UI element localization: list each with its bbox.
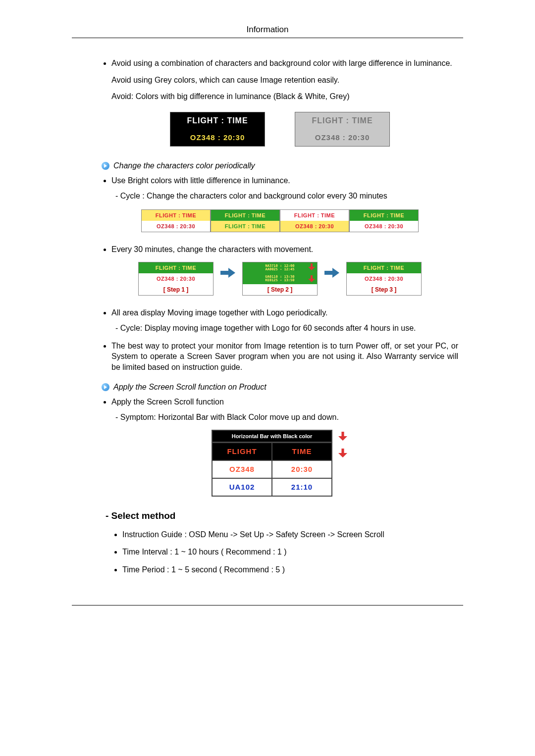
panel-line: AA0025 - 12:45 xyxy=(265,268,294,271)
color-panel: FLIGHT : TIME OZ348 : 20:30 xyxy=(280,209,349,232)
scroll-table: Horizontal Bar with Black color FLIGHT T… xyxy=(212,430,332,497)
list-item: Time Interval : 1 ~ 10 hours ( Recommend… xyxy=(122,547,458,557)
panel-row: FLIGHT : TIME xyxy=(350,210,418,221)
panel-row: OZ348 : 20:30 xyxy=(170,129,265,146)
arrow-right-icon xyxy=(102,383,109,391)
panel-row: FLIGHT : TIME xyxy=(139,262,213,273)
scroll-cell: TIME xyxy=(271,443,331,460)
bullet-text: Every 30 minutes, change the characters … xyxy=(111,245,313,253)
bullet-sub: - Cycle: Display moving image together w… xyxy=(115,323,458,334)
color-panel: FLIGHT : TIME OZ348 : 20:30 xyxy=(349,209,419,232)
panel-row: FLIGHT : TIME xyxy=(295,112,389,129)
scroll-cell: OZ348 xyxy=(213,461,271,478)
scroll-cell: 21:10 xyxy=(271,479,331,496)
arrow-down-icon xyxy=(308,263,315,270)
bullet-sub: Avoid: Colors with big difference in lum… xyxy=(111,91,458,102)
panel-row: OZ348 : 20:30 xyxy=(280,221,349,232)
figure-steps: FLIGHT : TIME OZ348 : 20:30 [ Step 1 ] N… xyxy=(102,262,458,296)
bullet-text: The best way to protect your monitor fro… xyxy=(111,342,458,371)
bullet-item: Every 30 minutes, change the characters … xyxy=(111,244,458,255)
panel-row: FLIGHT : TIME xyxy=(211,210,279,221)
scroll-cell: FLIGHT xyxy=(213,443,271,460)
step-panel-2: NA3710 : 12:00 AA0025 - 12:45 UA0110 : 1… xyxy=(242,262,318,296)
select-method-heading: - Select method xyxy=(106,510,458,521)
step-panel-3: FLIGHT : TIME OZ348 : 20:30 [ Step 3 ] xyxy=(346,262,422,296)
scroll-cell: UA102 xyxy=(213,479,271,496)
arrow-down-icon xyxy=(308,275,315,284)
arrow-down-icon xyxy=(338,449,347,457)
figure-contrast-panels: FLIGHT : TIME OZ348 : 20:30 FLIGHT : TIM… xyxy=(102,112,458,147)
bullet-sub: - Symptom: Horizontal Bar with Black Col… xyxy=(115,412,458,423)
panel-row: OZ348 : 20:30 xyxy=(350,221,418,232)
panel-row: UA0110 : 13:30 KE0125 - 13:50 xyxy=(243,273,317,284)
bullet-item: The best way to protect your monitor fro… xyxy=(111,341,458,373)
arrow-down-icon xyxy=(338,432,347,441)
panel-row: FLIGHT : TIME xyxy=(142,210,210,221)
subhead-text: Change the characters color periodically xyxy=(113,161,255,170)
color-panel: FLIGHT : TIME OZ348 : 20:30 xyxy=(141,209,211,232)
bullet-sub: Avoid using Grey colors, which can cause… xyxy=(111,75,458,86)
figure-scroll-table: Horizontal Bar with Black color FLIGHT T… xyxy=(102,430,458,497)
panel-row: NA3710 : 12:00 AA0025 - 12:45 xyxy=(243,262,317,273)
page-title: Information xyxy=(72,25,463,35)
panel-row: OZ348 : 20:30 xyxy=(139,273,213,284)
bullet-text: Apply the Screen Scroll function xyxy=(111,398,224,406)
panel-row: FLIGHT : TIME xyxy=(280,210,349,221)
scroll-table-title: Horizontal Bar with Black color xyxy=(213,431,331,442)
step-panel-1: FLIGHT : TIME OZ348 : 20:30 [ Step 1 ] xyxy=(138,262,214,296)
arrow-right-icon xyxy=(219,262,236,284)
list-item: Instruction Guide : OSD Menu -> Set Up -… xyxy=(122,529,458,540)
panel-dark: FLIGHT : TIME OZ348 : 20:30 xyxy=(170,112,265,147)
bullet-text: Avoid using a combination of characters … xyxy=(111,59,452,67)
bullet-item: Avoid using a combination of characters … xyxy=(111,58,458,102)
subhead-text: Apply the Screen Scroll function on Prod… xyxy=(113,383,267,392)
panel-row: FLIGHT : TIME xyxy=(170,112,265,129)
panel-row: OZ348 : 20:30 xyxy=(347,273,421,284)
arrow-right-icon xyxy=(102,162,109,170)
arrow-right-icon xyxy=(323,262,340,284)
scroll-cell: 20:30 xyxy=(271,461,331,478)
scroll-down-arrows xyxy=(338,430,348,457)
subhead-apply-scroll: Apply the Screen Scroll function on Prod… xyxy=(102,383,458,392)
divider-top xyxy=(72,38,463,38)
panel-row: FLIGHT : TIME xyxy=(211,221,279,232)
step-caption: [ Step 1 ] xyxy=(139,284,213,295)
panel-row: FLIGHT : TIME xyxy=(347,262,421,273)
bullet-item: All area display Moving image together w… xyxy=(111,307,458,334)
bullet-text: Use Bright colors with little difference… xyxy=(111,176,290,185)
bullet-item: Apply the Screen Scroll function - Sympt… xyxy=(111,397,458,423)
panel-grey: FLIGHT : TIME OZ348 : 20:30 xyxy=(295,112,390,147)
divider-bottom xyxy=(72,605,463,605)
panel-line: KE0125 - 13:50 xyxy=(265,279,294,282)
color-panel: FLIGHT : TIME FLIGHT : TIME xyxy=(211,209,280,232)
list-item: Time Period : 1 ~ 5 second ( Recommend :… xyxy=(122,564,458,575)
panel-row: OZ348 : 20:30 xyxy=(295,129,389,146)
step-caption: [ Step 2 ] xyxy=(243,284,317,295)
figure-color-cycle: FLIGHT : TIME OZ348 : 20:30 FLIGHT : TIM… xyxy=(102,209,458,232)
bullet-sub: - Cycle : Change the characters color an… xyxy=(115,191,458,202)
subhead-change-colors: Change the characters color periodically xyxy=(102,161,458,170)
bullet-text: All area display Moving image together w… xyxy=(111,308,327,317)
step-caption: [ Step 3 ] xyxy=(347,284,421,295)
bullet-item: Use Bright colors with little difference… xyxy=(111,175,458,202)
panel-row: OZ348 : 20:30 xyxy=(142,221,210,232)
